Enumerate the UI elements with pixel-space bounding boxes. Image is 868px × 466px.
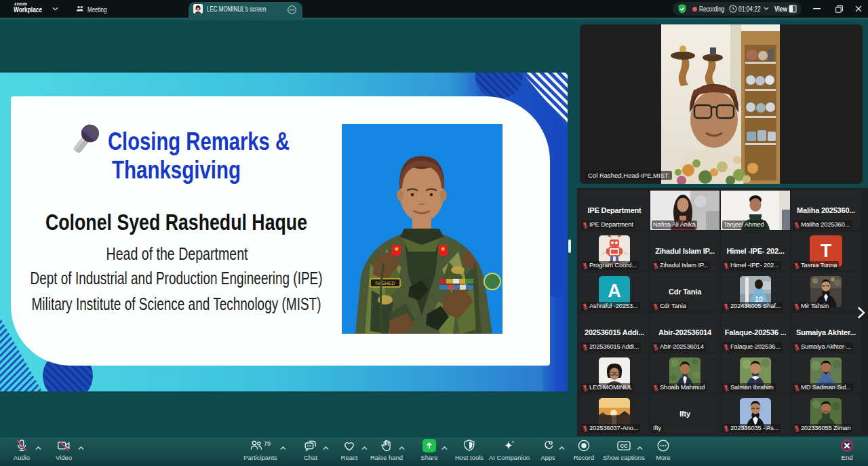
svg-text:79: 79 — [264, 440, 271, 447]
svg-text:Military Institute of Science: Military Institute of Science and Techno… — [32, 294, 321, 313]
svg-text:RASHED: RASHED — [375, 281, 395, 286]
svg-text:Head of the Department: Head of the Department — [106, 244, 248, 263]
svg-text:Colonel Syed Rashedul Haque: Colonel Syed Rashedul Haque — [45, 210, 307, 235]
svg-text:CC: CC — [620, 443, 628, 449]
svg-text:Closing Remarks &: Closing Remarks & — [108, 128, 290, 155]
svg-text:Dept of Industrial and Product: Dept of Industrial and Production Engine… — [31, 269, 323, 288]
svg-text:Thanksgiving: Thanksgiving — [112, 156, 241, 184]
